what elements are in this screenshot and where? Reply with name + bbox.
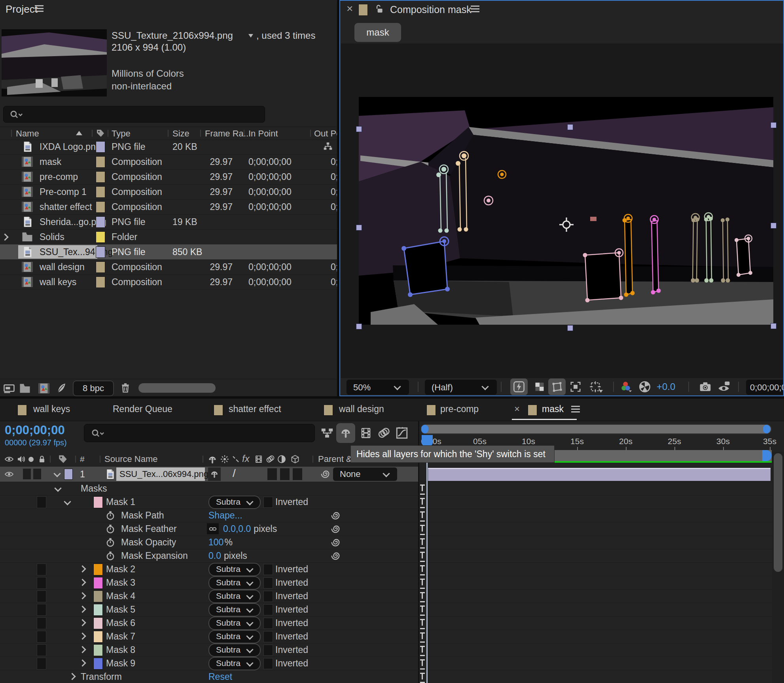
frame-blend-icon[interactable] (254, 454, 263, 464)
continuously-rasterize-icon[interactable] (231, 454, 241, 464)
mask-inverted-checkbox[interactable] (263, 604, 273, 615)
label-column-tag-icon[interactable] (58, 454, 68, 464)
exposure-value[interactable]: +0.0 (657, 381, 675, 392)
label-swatch[interactable] (96, 246, 105, 258)
mask-name[interactable]: Mask 4 (106, 591, 135, 602)
mask-expand-chevron[interactable] (79, 619, 86, 626)
switch-box[interactable] (267, 468, 277, 480)
item-name[interactable]: IXDA Logo.png (40, 142, 101, 152)
expression-pick-whip-icon[interactable] (330, 523, 341, 534)
mask-video-box[interactable] (37, 604, 46, 616)
mask-inverted-checkbox[interactable] (263, 645, 273, 656)
show-snapshot-icon[interactable] (718, 380, 731, 393)
exposure-shutter-icon[interactable] (638, 380, 651, 393)
property-label[interactable]: Mask Expansion (121, 551, 188, 561)
item-name[interactable]: wall design (40, 262, 85, 272)
mask-mode-dropdown[interactable]: Subtra (208, 617, 261, 630)
mask-mode-dropdown[interactable]: Subtra (208, 590, 261, 603)
region-of-interest-icon[interactable] (570, 381, 581, 393)
mask-expand-chevron[interactable] (79, 605, 86, 613)
timeline-tab-pre-comp[interactable]: pre-comp (440, 404, 479, 414)
layer-source-name[interactable]: SSU_Tex...06x994.png (119, 469, 208, 479)
mask-inverted-checkbox[interactable] (263, 658, 273, 669)
transform-reset-link[interactable]: Reset (208, 672, 232, 682)
mask-name[interactable]: Mask 1 (106, 497, 135, 507)
timeline-tab-wall-design[interactable]: wall design (339, 404, 384, 414)
panel-close-button[interactable]: × (347, 2, 353, 15)
property-value[interactable]: Shape... (208, 510, 242, 521)
stopwatch-icon[interactable] (105, 524, 116, 534)
motion-blur-icon[interactable] (377, 426, 391, 440)
mask-expand-chevron[interactable] (79, 632, 86, 639)
mask-color-swatch[interactable] (93, 590, 103, 602)
layer-label-swatch[interactable] (64, 469, 73, 480)
mask-video-box[interactable] (37, 617, 46, 629)
comp-viewport[interactable] (341, 44, 783, 378)
stopwatch-icon[interactable] (105, 551, 116, 561)
layer-quality-icon[interactable]: / (233, 467, 236, 480)
layer-handle[interactable] (356, 225, 362, 231)
mask-video-box[interactable] (37, 496, 46, 508)
item-name[interactable]: wall keys (40, 277, 76, 288)
mask-inverted-checkbox[interactable] (263, 497, 273, 508)
layer-handle[interactable] (356, 126, 362, 132)
item-name[interactable]: pre-comp (40, 172, 78, 182)
graph-editor-icon[interactable] (395, 426, 409, 440)
mask-expand-chevron[interactable] (79, 565, 86, 572)
mask-inverted-checkbox[interactable] (263, 564, 273, 575)
timeline-tab-mask-active[interactable]: mask (542, 404, 564, 414)
magnification-dropdown[interactable]: 50% (347, 380, 409, 395)
video-eye-icon[interactable] (4, 454, 14, 464)
column-frame-rate[interactable]: Frame Ra.. (205, 129, 248, 139)
mask-color-swatch[interactable] (93, 658, 103, 670)
mask-row-8[interactable]: Mask 8 Subtra Inverted (0, 643, 784, 657)
scrollbar-thumb[interactable] (774, 453, 782, 572)
project-row[interactable]: shatter effect Composition 29.97 0;00;00… (0, 199, 337, 215)
search-icon[interactable] (89, 428, 107, 439)
mask-path-row[interactable]: Mask Path Shape... (0, 509, 784, 522)
mask-name[interactable]: Mask 3 (106, 577, 135, 588)
bit-depth-button[interactable]: 8 bpc (73, 380, 114, 396)
viewport-mask-cyan[interactable] (704, 213, 714, 283)
new-folder-icon[interactable] (19, 382, 31, 394)
expression-pick-whip-icon[interactable] (330, 510, 341, 521)
mask-color-swatch[interactable] (93, 631, 103, 643)
viewport-mask-blue[interactable] (401, 237, 450, 297)
viewport-mask-green[interactable] (436, 165, 449, 233)
audio-toggle-box[interactable] (23, 469, 31, 479)
label-swatch[interactable] (96, 261, 105, 273)
mask-video-box[interactable] (37, 564, 46, 575)
switch-box[interactable] (280, 468, 290, 480)
layer-name-plate[interactable]: SSU_Tex...06x994.png (116, 467, 205, 481)
collapse-transformations-icon[interactable] (220, 454, 229, 464)
mask-video-box[interactable] (37, 658, 46, 670)
timeline-tab-wall-keys[interactable]: wall keys (33, 404, 70, 414)
used-in-network-icon[interactable] (323, 141, 333, 151)
project-row[interactable]: Pre-comp 1 Composition 29.97 0;00;00;00 … (0, 184, 337, 200)
mask-name[interactable]: Mask 8 (106, 645, 135, 655)
lock-open-icon[interactable] (374, 4, 384, 15)
project-row[interactable]: IXDA Logo.png PNG file 20 KB (0, 139, 337, 155)
mask-inverted-checkbox[interactable] (263, 631, 273, 642)
mask-outlines-overlay[interactable] (359, 97, 773, 325)
mask-inverted-checkbox[interactable] (263, 577, 273, 588)
item-name[interactable]: mask (40, 157, 61, 167)
item-name[interactable]: Pre-comp 1 (40, 187, 87, 197)
label-swatch[interactable] (96, 216, 105, 228)
column-parent-link[interactable]: Parent & (318, 454, 352, 464)
mask-row-9[interactable]: Mask 9 Subtra Inverted (0, 657, 784, 670)
mask-row-3[interactable]: Mask 3 Subtra Inverted (0, 576, 784, 590)
project-row[interactable]: wall keys Composition 29.97 0;00;00;00 0… (0, 274, 337, 290)
mask-row-4[interactable]: Mask 4 Subtra Inverted (0, 589, 784, 603)
timeline-vertical-scrollbar[interactable] (772, 452, 784, 683)
project-row[interactable]: mask Composition 29.97 0;00;00;00 0; (0, 154, 337, 170)
label-swatch[interactable] (96, 231, 105, 243)
resolution-dropdown[interactable]: (Half) (425, 380, 497, 395)
viewport-mask-magenta[interactable] (650, 216, 661, 295)
solo-icon[interactable] (28, 457, 34, 462)
mask-row-1[interactable]: Mask 1 Subtra Inverted (0, 495, 784, 509)
tab-close-button[interactable]: × (514, 403, 520, 414)
layer-handle[interactable] (771, 122, 776, 128)
column-name[interactable]: Name (16, 129, 39, 139)
layer-handle[interactable] (356, 324, 362, 329)
